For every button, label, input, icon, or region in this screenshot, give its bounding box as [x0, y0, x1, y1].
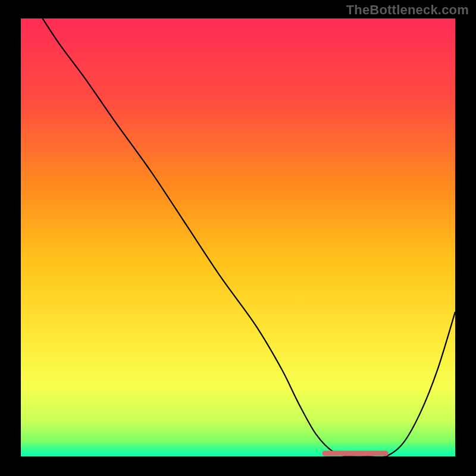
chart-frame: TheBottleneck.com: [0, 0, 476, 476]
gradient-background: [21, 18, 455, 456]
watermark-text: TheBottleneck.com: [346, 2, 469, 18]
bottleneck-chart: [0, 0, 476, 476]
